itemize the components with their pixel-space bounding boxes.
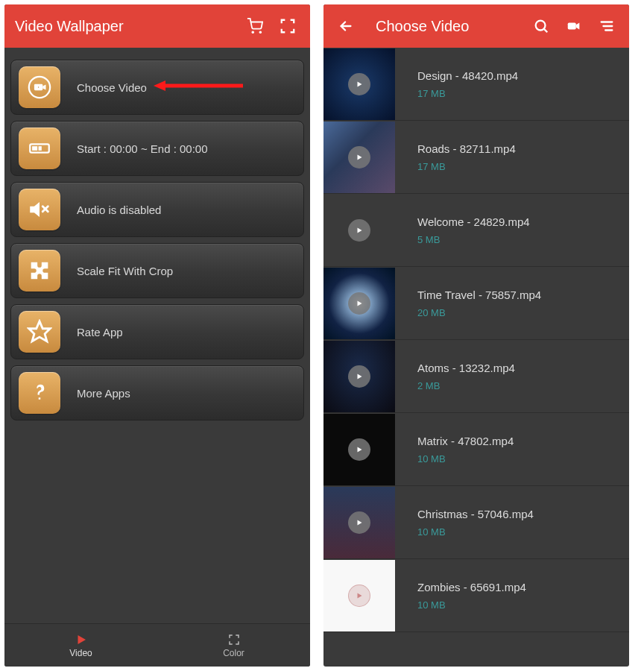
video-item[interactable]: Welcome - 24829.mp45 MB <box>323 194 629 267</box>
menu-scale[interactable]: Scale Fit With Crop <box>10 243 304 298</box>
app-title: Video Wallpaper <box>15 18 234 35</box>
tab-video[interactable]: Video <box>4 624 157 667</box>
video-thumbnail[interactable] <box>323 560 395 631</box>
video-size: 10 MB <box>417 453 514 464</box>
video-size: 10 MB <box>417 599 526 611</box>
bottom-tabs: Video Color <box>4 623 310 667</box>
video-info: Roads - 82711.mp417 MB <box>417 142 516 172</box>
video-item[interactable]: Atoms - 13232.mp42 MB <box>323 340 629 413</box>
video-name: Welcome - 24829.mp4 <box>417 215 530 228</box>
video-item[interactable]: Matrix - 47802.mp410 MB <box>323 413 629 486</box>
screen-main: Video Wallpaper Choose Video Start : 00:… <box>4 4 310 667</box>
back-icon[interactable] <box>334 14 358 38</box>
menu-trim[interactable]: Start : 00:00 ~ End : 00:00 <box>10 121 304 176</box>
svg-marker-21 <box>358 593 362 598</box>
menu-more-apps[interactable]: More Apps <box>10 365 304 420</box>
menu-label: Rate App <box>77 326 123 338</box>
svg-point-1 <box>259 31 261 33</box>
menu-label: Audio is disabled <box>77 204 161 216</box>
video-name: Roads - 82711.mp4 <box>417 142 516 155</box>
camera-action-icon[interactable] <box>562 14 586 38</box>
video-item[interactable]: Christmas - 57046.mp410 MB <box>323 486 629 559</box>
svg-point-0 <box>252 31 253 33</box>
svg-marker-18 <box>358 374 362 379</box>
video-thumbnail[interactable] <box>323 48 395 120</box>
video-item[interactable]: Roads - 82711.mp417 MB <box>323 121 629 194</box>
svg-point-6 <box>37 86 40 89</box>
sort-icon[interactable] <box>595 14 619 38</box>
menu-label: More Apps <box>77 387 130 400</box>
tab-label: Video <box>69 648 92 658</box>
menu-choose-video[interactable]: Choose Video <box>10 60 304 115</box>
svg-marker-14 <box>358 81 362 86</box>
video-info: Atoms - 13232.mp42 MB <box>417 362 515 391</box>
svg-marker-10 <box>29 321 50 341</box>
video-info: Time Travel - 75857.mp420 MB <box>417 289 541 318</box>
camera-icon <box>19 66 60 108</box>
search-icon[interactable] <box>529 14 553 38</box>
video-name: Atoms - 13232.mp4 <box>417 362 515 374</box>
screen-choose-video: Choose Video Design - 48420.mp417 MBRoad… <box>323 4 629 667</box>
video-name: Design - 48420.mp4 <box>417 69 518 82</box>
menu-label: Start : 00:00 ~ End : 00:00 <box>77 142 208 155</box>
expand-icon <box>227 633 241 646</box>
fullscreen-icon[interactable] <box>276 14 300 38</box>
video-size: 2 MB <box>417 380 515 391</box>
svg-marker-20 <box>358 520 362 525</box>
video-thumbnail[interactable] <box>323 195 395 266</box>
video-size: 17 MB <box>417 88 518 99</box>
page-title: Choose Video <box>376 18 520 35</box>
main-menu: Choose Video Start : 00:00 ~ End : 00:00… <box>4 48 310 623</box>
header-main: Video Wallpaper <box>4 4 310 48</box>
play-icon <box>348 438 370 461</box>
video-name: Time Travel - 75857.mp4 <box>417 289 541 301</box>
video-name: Zombies - 65691.mp4 <box>417 581 526 593</box>
menu-label: Choose Video <box>77 81 147 94</box>
star-icon <box>19 311 60 353</box>
play-icon <box>348 511 370 534</box>
video-name: Matrix - 47802.mp4 <box>417 435 514 447</box>
play-icon <box>348 292 370 315</box>
video-info: Welcome - 24829.mp45 MB <box>417 215 530 245</box>
svg-marker-16 <box>358 227 362 233</box>
svg-marker-11 <box>78 635 86 644</box>
video-thumbnail[interactable] <box>323 414 395 485</box>
video-item[interactable]: Time Travel - 75857.mp420 MB <box>323 267 629 340</box>
video-thumbnail[interactable] <box>323 341 395 412</box>
menu-rate[interactable]: Rate App <box>10 304 304 359</box>
svg-rect-9 <box>39 146 42 151</box>
video-size: 20 MB <box>417 307 541 318</box>
video-thumbnail[interactable] <box>323 268 395 339</box>
video-thumbnail[interactable] <box>323 122 395 193</box>
video-list[interactable]: Design - 48420.mp417 MBRoads - 82711.mp4… <box>323 48 629 667</box>
tab-color[interactable]: Color <box>157 624 310 667</box>
svg-marker-17 <box>358 300 362 306</box>
play-icon <box>348 73 370 95</box>
puzzle-icon <box>19 250 60 292</box>
video-info: Christmas - 57046.mp410 MB <box>417 508 534 538</box>
video-size: 10 MB <box>417 526 534 538</box>
play-icon <box>75 633 88 646</box>
svg-rect-13 <box>568 22 576 29</box>
video-size: 17 MB <box>417 161 516 172</box>
question-icon <box>19 372 60 414</box>
video-thumbnail[interactable] <box>323 487 395 558</box>
header-choose: Choose Video <box>323 4 629 48</box>
play-icon <box>348 585 370 607</box>
timeline-icon <box>19 127 60 169</box>
menu-label: Scale Fit With Crop <box>77 265 173 277</box>
cart-icon[interactable] <box>243 14 267 38</box>
tab-label: Color <box>223 648 244 658</box>
video-item[interactable]: Zombies - 65691.mp410 MB <box>323 559 629 632</box>
mute-icon <box>19 189 60 230</box>
video-info: Design - 48420.mp417 MB <box>417 69 518 99</box>
video-item[interactable]: Design - 48420.mp417 MB <box>323 48 629 121</box>
video-info: Zombies - 65691.mp410 MB <box>417 581 526 611</box>
svg-rect-8 <box>32 146 37 151</box>
svg-marker-19 <box>358 447 362 452</box>
video-info: Matrix - 47802.mp410 MB <box>417 435 514 464</box>
video-name: Christmas - 57046.mp4 <box>417 508 534 520</box>
play-icon <box>348 146 370 168</box>
play-icon <box>348 365 370 388</box>
menu-audio[interactable]: Audio is disabled <box>10 182 304 237</box>
